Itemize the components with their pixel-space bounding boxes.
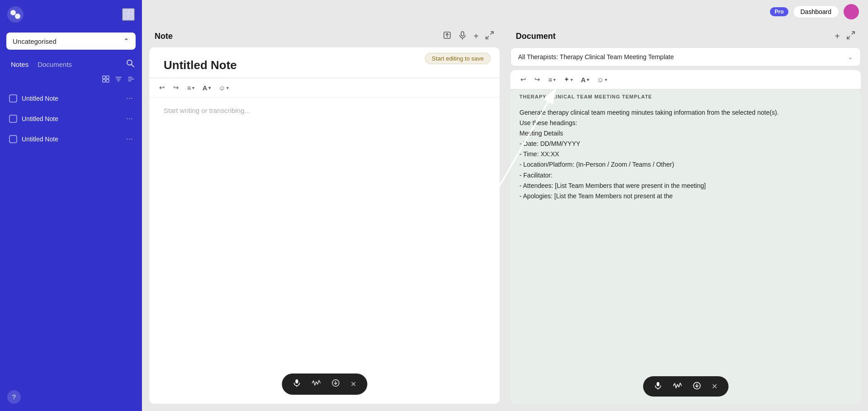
help-button[interactable]: ? bbox=[7, 390, 21, 404]
doc-rec-wave-button[interactable] bbox=[673, 382, 682, 391]
svg-line-24 bbox=[486, 36, 489, 39]
svg-point-2 bbox=[15, 14, 20, 19]
svg-point-1 bbox=[10, 10, 16, 15]
note-title: Untitled Note bbox=[22, 95, 122, 102]
grid-view-button[interactable] bbox=[102, 75, 109, 84]
editor-body[interactable]: Start writing or transcribing... bbox=[149, 98, 500, 404]
tabs-row: Notes Documents bbox=[0, 53, 142, 74]
top-bar: Pro Dashboard bbox=[142, 0, 868, 23]
note-editor-toolbar: ↩ ↪ ≡ ▾ A ▾ ☺ ▾ bbox=[149, 78, 500, 98]
sidebar-header bbox=[0, 0, 142, 29]
avatar[interactable] bbox=[844, 4, 859, 19]
sort-button[interactable] bbox=[127, 75, 135, 84]
doc-panel-actions: + bbox=[835, 31, 855, 42]
svg-rect-9 bbox=[103, 76, 105, 79]
doc-template-label: THERAPY CLINICAL TEAM MEETING TEMPLATE bbox=[510, 89, 861, 102]
mic-button[interactable] bbox=[458, 31, 467, 42]
doc-align-button[interactable]: ≡ ▾ bbox=[546, 74, 558, 85]
logo-icon bbox=[7, 6, 24, 23]
doc-editor-toolbar: ↩ ↪ ≡ ▾ ✦ ▾ A ▾ ☺ ▾ bbox=[510, 70, 861, 89]
svg-point-0 bbox=[7, 6, 24, 23]
svg-rect-25 bbox=[295, 379, 298, 383]
add-note-button[interactable]: + bbox=[473, 31, 479, 42]
notes-list: Untitled Note ··· Untitled Note ··· Unti… bbox=[0, 88, 142, 383]
svg-rect-6 bbox=[129, 14, 132, 18]
doc-rec-mic-button[interactable] bbox=[654, 382, 662, 391]
note-panel: Note bbox=[146, 23, 503, 407]
rec-mic-button[interactable] bbox=[292, 379, 301, 389]
search-button[interactable] bbox=[126, 59, 135, 70]
redo-button[interactable]: ↪ bbox=[170, 82, 182, 93]
font-button[interactable]: A ▾ bbox=[200, 82, 213, 93]
note-checkbox[interactable] bbox=[9, 115, 17, 123]
note-title: Untitled Note bbox=[22, 135, 122, 143]
chevron-down-icon: ⌄ bbox=[848, 53, 853, 61]
note-panel-actions: + bbox=[443, 31, 494, 42]
category-selector[interactable]: Uncategorised ⌃ bbox=[6, 33, 136, 50]
svg-line-23 bbox=[491, 32, 493, 34]
emoji-button[interactable]: ☺ ▾ bbox=[216, 82, 231, 93]
note-recording-bar: ✕ bbox=[282, 374, 367, 395]
doc-undo-button[interactable]: ↩ bbox=[518, 74, 529, 85]
svg-rect-21 bbox=[461, 32, 464, 36]
doc-rec-close-button[interactable]: ✕ bbox=[712, 382, 717, 391]
list-item[interactable]: Untitled Note ··· bbox=[5, 88, 137, 108]
doc-panel-title: Document bbox=[516, 32, 556, 41]
note-editor: Start editing to save ↩ ↪ ≡ ▾ A ▾ ☺ ▾ St… bbox=[149, 47, 500, 404]
doc-rec-download-button[interactable] bbox=[693, 382, 701, 391]
pro-badge: Pro bbox=[770, 7, 788, 16]
doc-text-content: Generate therapy clinical team meeting m… bbox=[510, 102, 861, 207]
document-panel: Document + All Therapists: Therapy Clini… bbox=[507, 23, 864, 407]
category-label: Uncategorised bbox=[13, 37, 57, 45]
doc-editor-area[interactable]: THERAPY CLINICAL TEAM MEETING TEMPLATE G… bbox=[510, 89, 861, 404]
note-more-button[interactable]: ··· bbox=[126, 93, 133, 103]
compress-note-button[interactable] bbox=[485, 31, 494, 42]
svg-rect-12 bbox=[106, 79, 109, 82]
align-button[interactable]: ≡ ▾ bbox=[184, 82, 197, 93]
svg-rect-31 bbox=[656, 382, 659, 386]
doc-content-text: Generate therapy clinical team meeting m… bbox=[519, 109, 779, 200]
dashboard-button[interactable]: Dashboard bbox=[793, 5, 840, 18]
rec-wave-button[interactable] bbox=[311, 379, 321, 389]
doc-panel-header: Document + bbox=[507, 23, 864, 47]
svg-point-7 bbox=[127, 60, 132, 65]
svg-rect-4 bbox=[129, 10, 132, 14]
add-doc-button[interactable]: + bbox=[835, 31, 840, 42]
editor-placeholder: Start writing or transcribing... bbox=[164, 107, 250, 114]
doc-redo-button[interactable]: ↪ bbox=[532, 74, 543, 85]
doc-font-button[interactable]: A ▾ bbox=[578, 74, 592, 85]
tab-documents[interactable]: Documents bbox=[34, 59, 75, 70]
note-more-button[interactable]: ··· bbox=[126, 114, 133, 123]
svg-rect-5 bbox=[124, 14, 128, 18]
doc-content: ↩ ↪ ≡ ▾ ✦ ▾ A ▾ ☺ ▾ Start editing to sav… bbox=[510, 70, 861, 404]
svg-rect-10 bbox=[106, 76, 109, 79]
svg-rect-3 bbox=[124, 10, 128, 14]
list-item[interactable]: Untitled Note ··· bbox=[5, 129, 137, 149]
svg-rect-11 bbox=[103, 79, 105, 82]
list-item[interactable]: Untitled Note ··· bbox=[5, 108, 137, 129]
rec-download-button[interactable] bbox=[331, 379, 340, 389]
note-more-button[interactable]: ··· bbox=[126, 134, 133, 144]
tab-notes[interactable]: Notes bbox=[7, 59, 32, 70]
upload-button[interactable] bbox=[443, 31, 452, 42]
doc-emoji-button[interactable]: ☺ ▾ bbox=[594, 74, 610, 85]
doc-recording-bar: ✕ bbox=[643, 376, 728, 397]
note-panel-title: Note bbox=[155, 32, 173, 41]
layout-toggle-button[interactable] bbox=[122, 8, 135, 21]
doc-template-selector[interactable]: All Therapists: Therapy Clinical Team Me… bbox=[510, 47, 861, 66]
note-checkbox[interactable] bbox=[9, 135, 17, 143]
undo-button[interactable]: ↩ bbox=[156, 82, 168, 93]
sidebar: Uncategorised ⌃ Notes Documents bbox=[0, 0, 142, 411]
note-checkbox[interactable] bbox=[9, 94, 17, 103]
note-title: Untitled Note bbox=[22, 115, 122, 122]
main-area: Pro Dashboard Note bbox=[142, 0, 868, 411]
rec-close-button[interactable]: ✕ bbox=[350, 380, 356, 388]
svg-line-8 bbox=[132, 65, 134, 67]
doc-ai-button[interactable]: ✦ ▾ bbox=[561, 74, 576, 85]
svg-line-30 bbox=[847, 36, 850, 39]
editing-badge: Start editing to save bbox=[425, 53, 491, 64]
list-toolbar bbox=[0, 74, 142, 88]
sidebar-footer: ? bbox=[0, 383, 142, 411]
filter-button[interactable] bbox=[115, 75, 122, 84]
compress-doc-button[interactable] bbox=[846, 31, 855, 42]
